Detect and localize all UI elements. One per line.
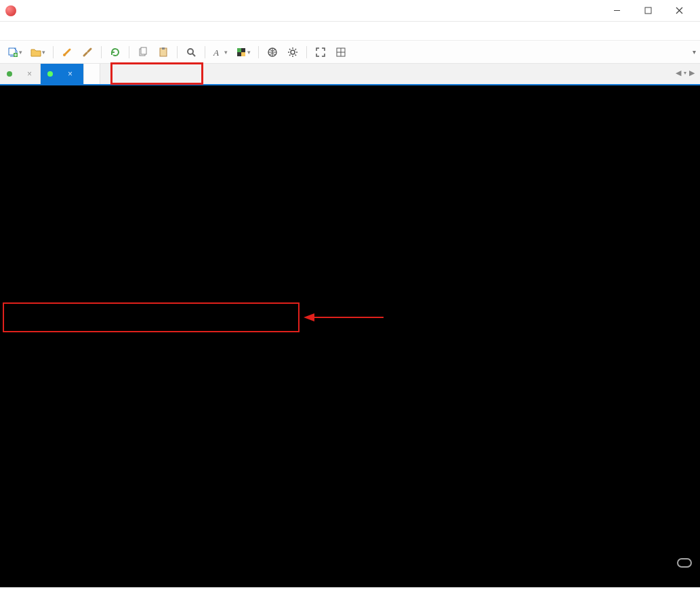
- svg-line-26: [295, 49, 297, 50]
- font-icon[interactable]: A ▾: [211, 44, 230, 60]
- svg-text:A: A: [213, 47, 219, 58]
- watermark: [651, 542, 695, 585]
- tabstrip: × × ◀ ▾ ▶: [0, 64, 700, 85]
- disconnect-icon[interactable]: [79, 44, 96, 60]
- color-scheme-icon[interactable]: ▾: [234, 44, 253, 60]
- menubar: [0, 22, 700, 41]
- tab-close-icon[interactable]: ×: [27, 69, 32, 79]
- tab-nav-arrows[interactable]: ◀ ▾ ▶: [676, 68, 695, 77]
- fullscreen-icon[interactable]: [312, 44, 329, 60]
- toolbar: ▾ ▾ A ▾ ▾ ▾: [0, 41, 700, 64]
- annotation-box-tab: [110, 62, 203, 85]
- terminal[interactable]: [0, 85, 700, 587]
- annotation-box-terminal: [3, 302, 300, 332]
- svg-rect-10: [162, 47, 165, 50]
- find-icon[interactable]: [183, 44, 199, 60]
- tab-menu-caret-icon[interactable]: ▾: [684, 70, 686, 79]
- svg-point-11: [188, 49, 193, 54]
- app-icon: [5, 5, 16, 16]
- tab-close-icon[interactable]: ×: [68, 69, 73, 79]
- svg-rect-8: [141, 47, 146, 54]
- tab-zabbix-server[interactable]: ×: [0, 64, 41, 84]
- open-icon[interactable]: ▾: [28, 44, 47, 60]
- tile-icon[interactable]: [333, 44, 349, 60]
- globe-icon[interactable]: [264, 44, 281, 60]
- svg-point-18: [291, 50, 295, 54]
- svg-point-6: [63, 54, 66, 56]
- maximize-button[interactable]: [632, 1, 663, 20]
- settings-icon[interactable]: [285, 44, 301, 60]
- status-dot-icon: [47, 71, 53, 77]
- close-button[interactable]: [663, 1, 695, 20]
- toolbar-overflow-icon[interactable]: ▾: [693, 48, 696, 56]
- add-tab-button[interactable]: [84, 64, 100, 84]
- new-session-icon[interactable]: ▾: [5, 44, 24, 60]
- window-titlebar: [0, 0, 700, 22]
- tab-client[interactable]: ×: [41, 64, 84, 84]
- tab-next-icon[interactable]: ▶: [689, 68, 695, 77]
- svg-marker-31: [304, 313, 314, 321]
- svg-line-23: [289, 49, 291, 50]
- svg-line-25: [289, 54, 291, 56]
- status-dot-icon: [7, 71, 12, 77]
- tab-prev-icon[interactable]: ◀: [676, 68, 681, 77]
- connect-icon[interactable]: [59, 44, 75, 60]
- copy-icon[interactable]: [135, 44, 151, 60]
- svg-rect-15: [237, 48, 241, 52]
- svg-line-12: [192, 54, 195, 56]
- svg-rect-16: [241, 52, 245, 56]
- annotation-arrow-icon: [304, 309, 385, 326]
- svg-rect-1: [645, 7, 651, 14]
- svg-line-24: [295, 54, 297, 56]
- minimize-button[interactable]: [601, 1, 632, 20]
- paste-icon[interactable]: [155, 44, 171, 60]
- reconnect-icon[interactable]: [107, 44, 123, 60]
